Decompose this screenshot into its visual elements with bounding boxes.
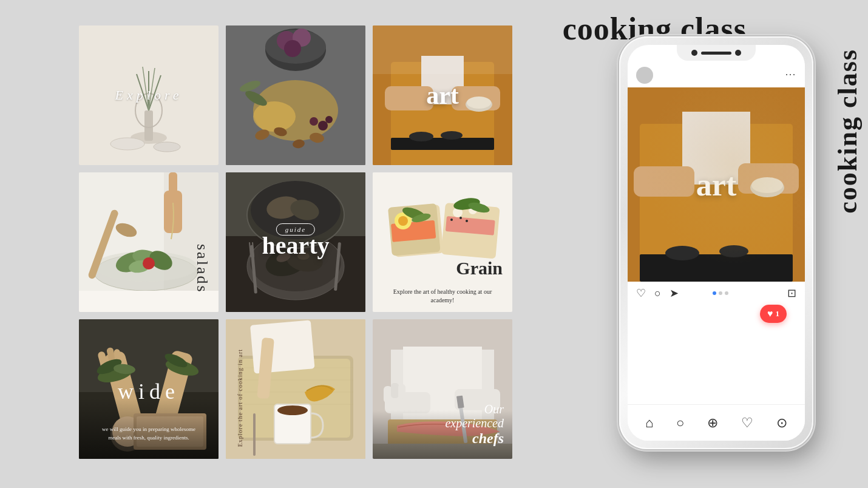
phone-screen: ··· bbox=[628, 45, 805, 441]
svg-point-20 bbox=[253, 101, 296, 132]
svg-point-77 bbox=[398, 216, 408, 226]
wide-text: wide bbox=[118, 379, 180, 404]
svg-point-139 bbox=[719, 245, 748, 257]
cooking-art-text: Explore the art of cooking in art bbox=[237, 349, 255, 447]
svg-point-25 bbox=[318, 121, 328, 130]
svg-rect-131 bbox=[640, 124, 793, 282]
comment-icon[interactable]: ○ bbox=[654, 287, 661, 300]
art-text-top: art bbox=[426, 81, 459, 110]
svg-rect-134 bbox=[738, 163, 799, 194]
more-options-icon[interactable]: ··· bbox=[785, 70, 796, 81]
chefs-text: Our experienced chefs bbox=[445, 402, 504, 447]
photo-grid: Explore bbox=[79, 25, 512, 459]
svg-point-26 bbox=[310, 117, 318, 126]
grid-item-hearty[interactable]: guide hearty bbox=[226, 172, 365, 312]
svg-rect-37 bbox=[391, 138, 494, 150]
add-nav-icon[interactable]: ⊕ bbox=[707, 415, 718, 431]
like-count: 1 bbox=[776, 309, 780, 319]
phone-art-text: art bbox=[696, 167, 736, 203]
explore-text: Explore bbox=[115, 87, 183, 103]
salads-text: salads bbox=[193, 244, 211, 294]
experienced-text: experienced bbox=[445, 416, 504, 430]
heart-nav-icon[interactable]: ♡ bbox=[741, 415, 753, 431]
phone-frame: ··· bbox=[619, 36, 813, 449]
grid-item-wooden[interactable]: Explore the art of cooking in art bbox=[226, 319, 365, 459]
bookmark-icon[interactable]: ⊡ bbox=[787, 286, 796, 300]
svg-rect-53 bbox=[169, 172, 177, 203]
grid-item-wide[interactable]: wide we will guide you in preparing whol… bbox=[79, 319, 219, 459]
phone-speaker bbox=[701, 52, 731, 55]
svg-point-135 bbox=[750, 178, 784, 197]
grid-item-salads[interactable]: salads bbox=[79, 172, 219, 312]
phone-notch bbox=[677, 45, 756, 61]
svg-point-88 bbox=[466, 220, 468, 222]
vertical-title: cooking class bbox=[832, 49, 863, 214]
svg-rect-54 bbox=[79, 291, 219, 312]
svg-rect-125 bbox=[398, 384, 405, 399]
phone-camera bbox=[691, 50, 697, 56]
svg-point-38 bbox=[409, 132, 433, 141]
grid-item-explore[interactable]: Explore bbox=[79, 25, 219, 165]
instagram-main-image: art bbox=[628, 87, 805, 282]
svg-point-36 bbox=[467, 97, 491, 109]
svg-rect-137 bbox=[640, 254, 793, 282]
carousel-dots bbox=[713, 291, 728, 295]
dot-1 bbox=[713, 291, 716, 295]
svg-point-27 bbox=[325, 116, 333, 123]
svg-point-86 bbox=[450, 219, 453, 221]
svg-rect-133 bbox=[634, 166, 694, 197]
search-nav-icon[interactable]: ○ bbox=[676, 415, 684, 431]
grid-item-grain[interactable]: Grain Explore the art of healthy cooking… bbox=[373, 172, 512, 312]
grain-text: Grain bbox=[456, 258, 503, 279]
like-notification[interactable]: ♥ 1 bbox=[760, 305, 787, 323]
svg-rect-40 bbox=[373, 25, 512, 74]
instagram-actions: ♡ ○ ➤ ⊡ bbox=[628, 282, 805, 305]
grid-item-art-top[interactable]: art bbox=[373, 25, 512, 165]
phone-mockup: ··· bbox=[619, 36, 813, 449]
dot-2 bbox=[719, 291, 722, 295]
svg-point-49 bbox=[143, 257, 155, 269]
svg-point-138 bbox=[665, 246, 699, 260]
hearty-text: hearty bbox=[262, 231, 329, 259]
notification-heart-icon: ♥ bbox=[767, 308, 773, 319]
svg-rect-132 bbox=[682, 112, 750, 185]
svg-point-87 bbox=[459, 217, 462, 219]
heart-icon[interactable]: ♡ bbox=[636, 286, 646, 300]
grid-item-food[interactable] bbox=[226, 25, 365, 165]
instagram-header: ··· bbox=[628, 63, 805, 87]
instagram-bottom-nav: ⌂ ○ ⊕ ♡ ⊙ bbox=[628, 404, 805, 441]
grain-subtext: Explore the art of healthy cooking at ou… bbox=[388, 288, 497, 305]
phone-camera-2 bbox=[735, 50, 741, 56]
grid-item-chefs[interactable]: Our experienced chefs bbox=[373, 319, 512, 459]
svg-rect-124 bbox=[391, 383, 399, 398]
svg-rect-123 bbox=[384, 386, 392, 403]
wide-subtext: we will guide you in preparing wholesome… bbox=[97, 425, 200, 442]
user-avatar bbox=[636, 67, 653, 84]
chefs-label: chefs bbox=[445, 430, 504, 447]
our-text: Our bbox=[445, 402, 504, 416]
svg-point-39 bbox=[441, 131, 463, 140]
svg-point-116 bbox=[277, 405, 308, 415]
profile-nav-icon[interactable]: ⊙ bbox=[776, 415, 787, 431]
svg-point-136 bbox=[751, 177, 783, 193]
svg-point-18 bbox=[284, 40, 301, 57]
svg-rect-130 bbox=[628, 87, 805, 282]
dot-3 bbox=[725, 291, 728, 295]
share-icon[interactable]: ➤ bbox=[670, 286, 679, 300]
home-nav-icon[interactable]: ⌂ bbox=[645, 415, 653, 431]
